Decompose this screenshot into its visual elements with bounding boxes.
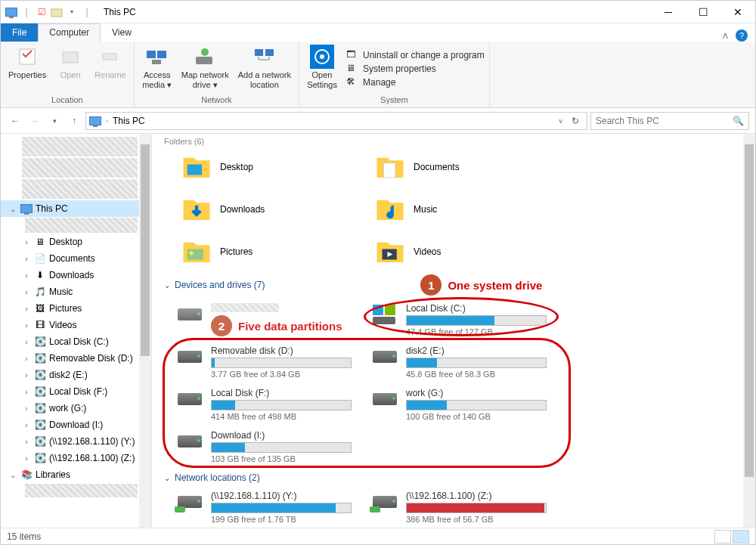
svg-point-13 bbox=[320, 54, 324, 59]
rename-button[interactable]: Rename bbox=[91, 43, 129, 94]
chevron-down-icon[interactable]: ⌄ bbox=[8, 205, 17, 213]
chevron-right-icon[interactable]: › bbox=[106, 117, 108, 125]
manage-button[interactable]: 🛠Manage bbox=[346, 76, 485, 88]
search-icon[interactable]: 🔍 bbox=[733, 116, 744, 126]
minimize-button[interactable]: ─ bbox=[651, 1, 686, 23]
tree-blur5 bbox=[25, 484, 138, 497]
close-button[interactable]: ✕ bbox=[720, 1, 755, 23]
drive-z[interactable]: (\\192.168.1.100) (Z:) 386 MB free of 56… bbox=[368, 486, 550, 528]
tree-music[interactable]: ›🎵Music bbox=[1, 283, 151, 300]
folder-downloads[interactable]: Downloads bbox=[181, 191, 370, 228]
status-item-count: 15 items bbox=[7, 531, 41, 542]
system-properties-button[interactable]: 🖥System properties bbox=[346, 63, 485, 75]
tree-desktop[interactable]: ›🖥Desktop bbox=[1, 234, 151, 250]
view-details-icon[interactable] bbox=[714, 530, 731, 543]
tree-drive-i[interactable]: ›💽Download (I:) bbox=[1, 416, 151, 433]
breadcrumb-thispc[interactable]: This PC bbox=[113, 116, 145, 126]
add-network-location-button[interactable]: Add a network location bbox=[235, 43, 294, 94]
content-scrollthumb[interactable] bbox=[745, 144, 754, 477]
tree-documents[interactable]: ›📄Documents bbox=[1, 250, 151, 267]
tree-drive-g[interactable]: ›💽work (G:) bbox=[1, 400, 151, 416]
drive-e[interactable]: disk2 (E:) 45.8 GB free of 58.3 GB bbox=[368, 341, 550, 383]
folder-videos[interactable]: Videos bbox=[374, 234, 563, 270]
qat-newfolder-icon[interactable] bbox=[51, 6, 63, 18]
tree-drive-y[interactable]: ›💽(\\192.168.1.110) (Y:) bbox=[1, 433, 151, 450]
properties-button[interactable]: Properties bbox=[5, 43, 49, 94]
tree-drive-z[interactable]: ›💽(\\192.168.1.100) (Z:) bbox=[1, 450, 151, 466]
uninstall-program-button[interactable]: 🗔Uninstall or change a program bbox=[346, 49, 485, 61]
titlebar: | ☑ ▾ | This PC ─ ☐ ✕ bbox=[1, 1, 755, 23]
svg-rect-4 bbox=[147, 51, 156, 58]
content-scrollbar[interactable] bbox=[743, 134, 755, 528]
refresh-button[interactable]: ↻ bbox=[567, 113, 584, 129]
svg-rect-5 bbox=[157, 51, 166, 58]
tree-pictures[interactable]: ›🖼Pictures bbox=[1, 300, 151, 317]
network-header[interactable]: ⌄ Network locations (2) bbox=[158, 468, 749, 486]
svg-rect-6 bbox=[152, 60, 161, 64]
ribbon: Properties Open Rename Location Access m… bbox=[1, 42, 755, 108]
back-button[interactable]: ← bbox=[7, 113, 23, 129]
folder-desktop[interactable]: Desktop bbox=[181, 149, 370, 185]
svg-rect-3 bbox=[103, 54, 116, 60]
devices-header[interactable]: ⌄ Devices and drives (7) 1 One system dr… bbox=[158, 270, 749, 299]
tree-downloads[interactable]: ›⬇Downloads bbox=[1, 267, 151, 283]
drive-f[interactable]: Local Disk (F:) 414 MB free of 498 MB bbox=[173, 383, 355, 426]
svg-point-17 bbox=[189, 251, 193, 255]
tree-drive-e[interactable]: ›💽disk2 (E:) bbox=[1, 367, 151, 383]
drive-y[interactable]: (\\192.168.1.110) (Y:) 199 GB free of 1.… bbox=[173, 486, 355, 528]
up-button[interactable]: ↑ bbox=[66, 113, 82, 129]
svg-rect-20 bbox=[385, 305, 395, 315]
svg-rect-14 bbox=[187, 165, 202, 175]
address-dropdown-icon[interactable]: v bbox=[559, 117, 563, 125]
tab-file[interactable]: File bbox=[1, 23, 38, 42]
tree-libraries[interactable]: ⌄📚Libraries bbox=[1, 466, 151, 483]
address-bar[interactable]: › This PC v ↻ bbox=[85, 112, 587, 130]
chevron-down-icon[interactable]: ⌄ bbox=[164, 281, 170, 290]
qat-dropdown-icon[interactable]: ▾ bbox=[66, 6, 78, 18]
tree-videos[interactable]: ›🎞Videos bbox=[1, 317, 151, 333]
drive-d[interactable]: Removable disk (D:) 3.77 GB free of 3.84… bbox=[173, 341, 355, 383]
qat-sep: | bbox=[20, 6, 33, 18]
tree-drive-f[interactable]: ›💽Local Disk (F:) bbox=[1, 383, 151, 400]
search-input[interactable] bbox=[596, 116, 733, 126]
help-icon[interactable]: ? bbox=[736, 29, 748, 42]
tree-this-pc[interactable]: ⌄ This PC bbox=[1, 200, 151, 217]
tree-drive-d[interactable]: ›💽Removable Disk (D:) bbox=[1, 350, 151, 367]
annotation-text-1: One system drive bbox=[448, 279, 542, 292]
folders-header-truncated: Folders (6) bbox=[158, 134, 749, 149]
open-button[interactable]: Open bbox=[52, 43, 88, 94]
recent-dropdown-icon[interactable]: ▾ bbox=[46, 113, 63, 129]
tree-drive-c[interactable]: ›💽Local Disk (C:) bbox=[1, 333, 151, 350]
folder-pictures[interactable]: Pictures bbox=[181, 234, 370, 270]
tab-computer[interactable]: Computer bbox=[38, 23, 101, 42]
folder-documents[interactable]: Documents bbox=[374, 149, 563, 185]
drive-g[interactable]: work (G:) 100 GB free of 140 GB bbox=[368, 383, 550, 426]
drive-hidden[interactable]: 2 Five data partitions bbox=[173, 299, 355, 341]
view-large-icon[interactable] bbox=[733, 530, 749, 543]
access-media-button[interactable]: Access media ▾ bbox=[139, 43, 175, 94]
svg-rect-1 bbox=[20, 49, 35, 64]
search-box[interactable]: 🔍 bbox=[590, 112, 749, 130]
content-pane: Folders (6) Desktop Documents Downloads … bbox=[152, 134, 755, 528]
open-settings-button[interactable]: Open Settings bbox=[304, 43, 340, 94]
tree-blur1 bbox=[22, 137, 138, 156]
qat-sep2: | bbox=[81, 6, 93, 18]
annotation-badge-1: 1 bbox=[420, 274, 442, 296]
folder-music[interactable]: Music bbox=[374, 191, 563, 228]
forward-button[interactable]: → bbox=[26, 113, 43, 129]
drive-i[interactable]: Download (I:) 103 GB free of 135 GB bbox=[173, 426, 355, 468]
tree-blur3 bbox=[22, 179, 138, 199]
svg-rect-9 bbox=[255, 49, 263, 56]
chevron-down-icon[interactable]: ⌄ bbox=[164, 474, 170, 482]
statusbar: 15 items bbox=[1, 528, 755, 544]
sidebar-scrollbar[interactable] bbox=[139, 134, 151, 528]
qat-prop-icon[interactable]: ☑ bbox=[36, 6, 48, 18]
tab-view[interactable]: View bbox=[101, 23, 143, 42]
navbar: ← → ▾ ↑ › This PC v ↻ 🔍 bbox=[1, 108, 755, 134]
maximize-button[interactable]: ☐ bbox=[686, 1, 720, 23]
svg-rect-16 bbox=[187, 249, 203, 260]
collapse-ribbon-icon[interactable]: ᐱ bbox=[723, 32, 728, 40]
map-drive-button[interactable]: Map network drive ▾ bbox=[178, 43, 232, 94]
sidebar-scrollthumb[interactable] bbox=[141, 144, 150, 356]
drive-c[interactable]: Local Disk (C:) 47.4 GB free of 127 GB bbox=[368, 299, 550, 341]
